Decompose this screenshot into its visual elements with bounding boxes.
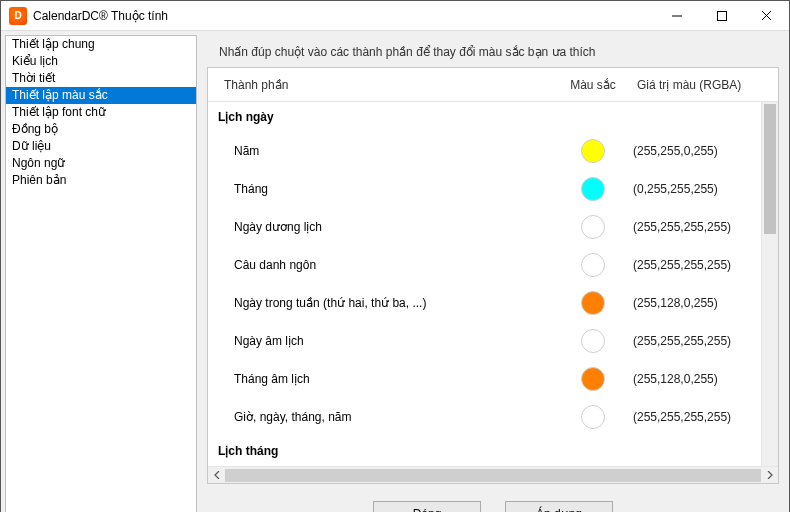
sidebar-item-label: Phiên bản <box>12 173 66 187</box>
row-name: Giờ, ngày, tháng, năm <box>208 410 553 424</box>
minimize-button[interactable] <box>654 1 699 31</box>
horizontal-scroll-thumb[interactable] <box>225 469 761 482</box>
table-row[interactable]: Ngày trong tuần (thứ hai, thứ ba, ...) (… <box>208 284 761 322</box>
table-row[interactable]: Câu danh ngôn (255,255,255,255) <box>208 246 761 284</box>
row-name: Ngày trong tuần (thứ hai, thứ ba, ...) <box>208 296 553 310</box>
sidebar-item-calendar-type[interactable]: Kiểu lịch <box>6 53 196 70</box>
row-name: Tháng <box>208 182 553 196</box>
apply-button[interactable]: Áp dụng <box>505 501 613 512</box>
app-icon: D <box>9 7 27 25</box>
sidebar-item-general[interactable]: Thiết lập chung <box>6 36 196 53</box>
row-value: (255,255,255,255) <box>633 258 761 272</box>
color-swatch[interactable] <box>581 177 605 201</box>
close-icon <box>761 10 772 21</box>
sidebar-item-language[interactable]: Ngôn ngữ <box>6 155 196 172</box>
sidebar-item-data[interactable]: Dữ liệu <box>6 138 196 155</box>
svg-rect-1 <box>717 11 726 20</box>
footer: Đóng Áp dụng <box>201 490 785 512</box>
close-button[interactable] <box>744 1 789 31</box>
horizontal-scrollbar[interactable] <box>208 466 778 483</box>
vertical-scroll-thumb[interactable] <box>764 104 776 234</box>
column-header-value[interactable]: Giá trị màu (RGBA) <box>633 78 761 92</box>
color-swatch[interactable] <box>581 405 605 429</box>
button-label: Đóng <box>413 507 442 512</box>
sidebar[interactable]: Thiết lập chung Kiểu lịch Thời tiết Thiế… <box>5 35 197 512</box>
sidebar-item-label: Thiết lập chung <box>12 37 95 51</box>
color-swatch[interactable] <box>581 253 605 277</box>
row-value: (255,255,255,255) <box>633 220 761 234</box>
row-name: Ngày dương lịch <box>208 220 553 234</box>
scroll-right-arrow-icon[interactable] <box>761 467 778 484</box>
instruction-text: Nhấn đúp chuột vào các thành phần để tha… <box>201 35 785 65</box>
row-name: Câu danh ngôn <box>208 258 553 272</box>
color-table-panel: Thành phần Màu sắc Giá trị màu (RGBA) Lị… <box>207 67 779 484</box>
color-swatch[interactable] <box>581 215 605 239</box>
sidebar-item-font[interactable]: Thiết lập font chữ <box>6 104 196 121</box>
row-value: (255,255,255,255) <box>633 334 761 348</box>
sidebar-item-label: Dữ liệu <box>12 139 51 153</box>
minimize-icon <box>672 11 682 21</box>
color-swatch[interactable] <box>581 329 605 353</box>
row-value: (255,255,0,255) <box>633 144 761 158</box>
vertical-scrollbar[interactable] <box>761 102 778 466</box>
titlebar: D CalendarDC® Thuộc tính <box>1 1 789 31</box>
body: Thiết lập chung Kiểu lịch Thời tiết Thiế… <box>1 31 789 512</box>
table-row[interactable]: Ngày dương lịch (255,255,255,255) <box>208 208 761 246</box>
sidebar-item-label: Thiết lập màu sắc <box>12 88 108 102</box>
button-label: Áp dụng <box>536 507 582 512</box>
group-header: Lịch tháng <box>208 436 761 466</box>
main-area: Nhấn đúp chuột vào các thành phần để tha… <box>201 31 789 512</box>
group-header: Lịch ngày <box>208 102 761 132</box>
sidebar-item-label: Đồng bộ <box>12 122 58 136</box>
color-swatch[interactable] <box>581 291 605 315</box>
row-value: (255,128,0,255) <box>633 372 761 386</box>
table-row[interactable]: Tháng (0,255,255,255) <box>208 170 761 208</box>
table-row[interactable]: Giờ, ngày, tháng, năm (255,255,255,255) <box>208 398 761 436</box>
sidebar-item-label: Kiểu lịch <box>12 54 58 68</box>
color-swatch[interactable] <box>581 367 605 391</box>
window-title: CalendarDC® Thuộc tính <box>33 9 168 23</box>
sidebar-item-sync[interactable]: Đồng bộ <box>6 121 196 138</box>
sidebar-item-label: Thiết lập font chữ <box>12 105 106 119</box>
column-header-color[interactable]: Màu sắc <box>553 78 633 92</box>
row-name: Năm <box>208 144 553 158</box>
table-header: Thành phần Màu sắc Giá trị màu (RGBA) <box>208 68 778 102</box>
sidebar-item-version[interactable]: Phiên bản <box>6 172 196 189</box>
table-row[interactable]: Tháng âm lịch (255,128,0,255) <box>208 360 761 398</box>
maximize-icon <box>717 11 727 21</box>
table-row[interactable]: Năm (255,255,0,255) <box>208 132 761 170</box>
maximize-button[interactable] <box>699 1 744 31</box>
row-name: Tháng âm lịch <box>208 372 553 386</box>
sidebar-item-color[interactable]: Thiết lập màu sắc <box>6 87 196 104</box>
close-dialog-button[interactable]: Đóng <box>373 501 481 512</box>
horizontal-scroll-track[interactable] <box>225 469 761 482</box>
table-body-viewport: Lịch ngày Năm (255,255,0,255) Tháng (0,2… <box>208 102 778 466</box>
scroll-left-arrow-icon[interactable] <box>208 467 225 484</box>
row-value: (0,255,255,255) <box>633 182 761 196</box>
row-value: (255,128,0,255) <box>633 296 761 310</box>
sidebar-item-weather[interactable]: Thời tiết <box>6 70 196 87</box>
column-header-name[interactable]: Thành phần <box>208 78 553 92</box>
color-swatch[interactable] <box>581 139 605 163</box>
app-window: D CalendarDC® Thuộc tính Thiết lập chung… <box>0 0 790 512</box>
sidebar-item-label: Ngôn ngữ <box>12 156 65 170</box>
table-row[interactable]: Ngày âm lịch (255,255,255,255) <box>208 322 761 360</box>
row-name: Ngày âm lịch <box>208 334 553 348</box>
table-rows: Lịch ngày Năm (255,255,0,255) Tháng (0,2… <box>208 102 761 466</box>
row-value: (255,255,255,255) <box>633 410 761 424</box>
sidebar-item-label: Thời tiết <box>12 71 55 85</box>
